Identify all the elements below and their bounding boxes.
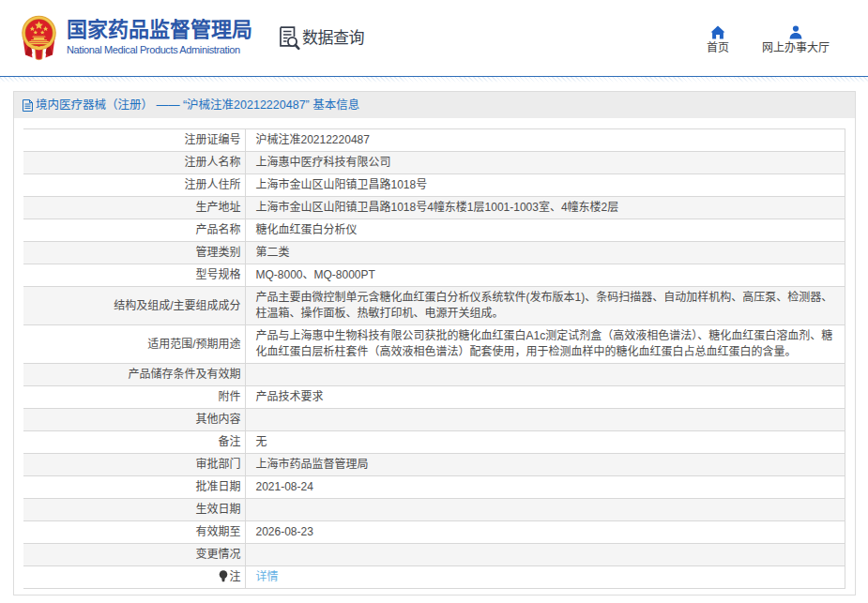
- row-label-text: 管理类别: [195, 246, 240, 259]
- table-row: 附件产品技术要求: [23, 386, 845, 409]
- table-row: 管理类别第二类: [23, 242, 845, 264]
- row-label: 生产地址: [23, 197, 245, 219]
- row-label: 批准日期: [23, 476, 245, 499]
- row-label-text: 产品名称: [195, 223, 240, 236]
- row-label-text: 生效日期: [195, 503, 240, 516]
- nav-home[interactable]: 首页: [694, 25, 741, 54]
- data-query-icon: [278, 25, 300, 51]
- nav-service-hall[interactable]: 网上办事大厅: [754, 25, 837, 54]
- row-label-text: 备注: [218, 435, 240, 448]
- table-row: 生效日期: [23, 499, 845, 521]
- home-icon: [710, 25, 725, 39]
- table-row: 产品名称糖化血红蛋白分析仪: [23, 219, 845, 242]
- document-icon: [23, 99, 33, 112]
- row-label-text: 其他内容: [195, 413, 240, 426]
- row-label-text: 适用范围/预期用途: [147, 338, 240, 351]
- row-label-text: 产品储存条件及有效期: [128, 368, 240, 381]
- row-label: 注册证编号: [23, 129, 245, 152]
- table-row: 注详情: [23, 566, 845, 589]
- nav-service-hall-label: 网上办事大厅: [754, 42, 837, 54]
- table-row: 注册证编号沪械注准20212220487: [23, 129, 845, 152]
- row-value: 2026-08-23: [245, 521, 845, 544]
- row-label: 产品储存条件及有效期: [23, 364, 245, 386]
- national-emblem-logo: [20, 15, 58, 61]
- brand-text: 国家药品监督管理局 National Medical Products Admi…: [67, 15, 252, 55]
- row-label: 产品名称: [23, 219, 245, 242]
- brand-name-cn: 国家药品监督管理局: [67, 19, 252, 40]
- data-query-section[interactable]: 数据查询: [278, 25, 364, 51]
- table-row: 注册人住所上海市金山区山阳镇卫昌路1018号: [23, 174, 845, 197]
- nav-home-label: 首页: [694, 42, 741, 54]
- brand: 国家药品监督管理局 National Medical Products Admi…: [20, 15, 252, 61]
- table-row: 备注无: [23, 431, 845, 454]
- table-row: 产品储存条件及有效期: [23, 364, 845, 386]
- row-value: 上海市金山区山阳镇卫昌路1018号: [245, 174, 845, 197]
- table-row: 有效期至2026-08-23: [23, 521, 845, 544]
- row-label: 附件: [23, 386, 245, 409]
- row-value: 上海惠中医疗科技有限公司: [245, 152, 845, 174]
- row-value: [245, 364, 845, 386]
- user-icon: [788, 25, 803, 39]
- row-label: 注: [23, 566, 245, 589]
- row-label-text: 有效期至: [195, 525, 240, 538]
- row-label: 注册人住所: [23, 174, 245, 197]
- table-row: 生产地址上海市金山区山阳镇卫昌路1018号4幢东楼1层1001-1003室、4幢…: [23, 197, 845, 219]
- row-label: 审批部门: [23, 454, 245, 476]
- row-label-text: 注册人住所: [184, 178, 240, 191]
- panel-title: 境内医疗器械（注册） —— “沪械注准20212220487” 基本信息: [36, 95, 359, 113]
- table-row: 型号规格MQ-8000、MQ-8000PT: [23, 264, 845, 287]
- table-row: 批准日期2021-08-24: [23, 476, 845, 499]
- row-value: 上海市药品监督管理局: [245, 454, 845, 476]
- table-row: 审批部门上海市药品监督管理局: [23, 454, 845, 476]
- row-label-text: 生产地址: [195, 201, 240, 214]
- row-label: 生效日期: [23, 499, 245, 521]
- row-label: 管理类别: [23, 242, 245, 264]
- row-label-text: 注册证编号: [184, 133, 240, 146]
- row-value: [245, 409, 845, 431]
- row-value: 产品主要由微控制单元含糖化血红蛋白分析仪系统软件(发布版本1)、条码扫描器、自动…: [245, 287, 845, 325]
- row-label-text: 注: [229, 570, 240, 583]
- table-row: 其他内容: [23, 409, 845, 431]
- row-value: 2021-08-24: [245, 476, 845, 499]
- table-row: 结构及组成/主要组成成分产品主要由微控制单元含糖化血红蛋白分析仪系统软件(发布版…: [23, 287, 845, 325]
- row-label: 变更情况: [23, 544, 245, 566]
- row-label-text: 结构及组成/主要组成成分: [114, 299, 240, 312]
- detail-link[interactable]: 详情: [256, 570, 279, 583]
- row-value: [245, 544, 845, 566]
- row-label-text: 型号规格: [195, 268, 240, 281]
- main-content: 境内医疗器械（注册） —— “沪械注准20212220487” 基本信息 注册证…: [0, 83, 868, 595]
- site-header: 国家药品监督管理局 National Medical Products Admi…: [0, 0, 868, 76]
- row-label: 型号规格: [23, 264, 245, 287]
- row-value: 无: [245, 431, 845, 454]
- row-label-text: 注册人名称: [184, 156, 240, 169]
- row-label: 结构及组成/主要组成成分: [23, 287, 245, 325]
- row-label-text: 审批部门: [195, 458, 240, 471]
- info-table: 注册证编号沪械注准20212220487注册人名称上海惠中医疗科技有限公司注册人…: [23, 128, 845, 589]
- table-row: 变更情况: [23, 544, 845, 566]
- data-query-label: 数据查询: [302, 30, 364, 46]
- detail-panel: 境内医疗器械（注册） —— “沪械注准20212220487” 基本信息 注册证…: [13, 91, 856, 595]
- row-value: MQ-8000、MQ-8000PT: [245, 264, 845, 287]
- row-label-text: 批准日期: [195, 480, 240, 493]
- row-label: 注册人名称: [23, 152, 245, 174]
- bulb-icon: [219, 570, 228, 582]
- row-value: 产品与上海惠中生物科技有限公司获批的糖化血红蛋白A1c测定试剂盒（高效液相色谱法…: [245, 325, 845, 364]
- row-value: 详情: [245, 566, 845, 589]
- row-label: 适用范围/预期用途: [23, 325, 245, 364]
- table-row: 适用范围/预期用途产品与上海惠中生物科技有限公司获批的糖化血红蛋白A1c测定试剂…: [23, 325, 845, 364]
- row-value: 上海市金山区山阳镇卫昌路1018号4幢东楼1层1001-1003室、4幢东楼2层: [245, 197, 845, 219]
- brand-name-en: National Medical Products Administration: [67, 44, 252, 55]
- row-value: 沪械注准20212220487: [245, 129, 845, 152]
- row-value: 第二类: [245, 242, 845, 264]
- row-label-text: 附件: [218, 390, 240, 403]
- table-row: 注册人名称上海惠中医疗科技有限公司: [23, 152, 845, 174]
- row-value: 产品技术要求: [245, 386, 845, 409]
- row-label: 有效期至: [23, 521, 245, 544]
- row-value: [245, 499, 845, 521]
- row-label: 备注: [23, 431, 245, 454]
- row-value: 糖化血红蛋白分析仪: [245, 219, 845, 242]
- panel-title-bar: 境内医疗器械（注册） —— “沪械注准20212220487” 基本信息: [14, 92, 855, 118]
- row-label: 其他内容: [23, 409, 245, 431]
- row-label-text: 变更情况: [195, 548, 240, 561]
